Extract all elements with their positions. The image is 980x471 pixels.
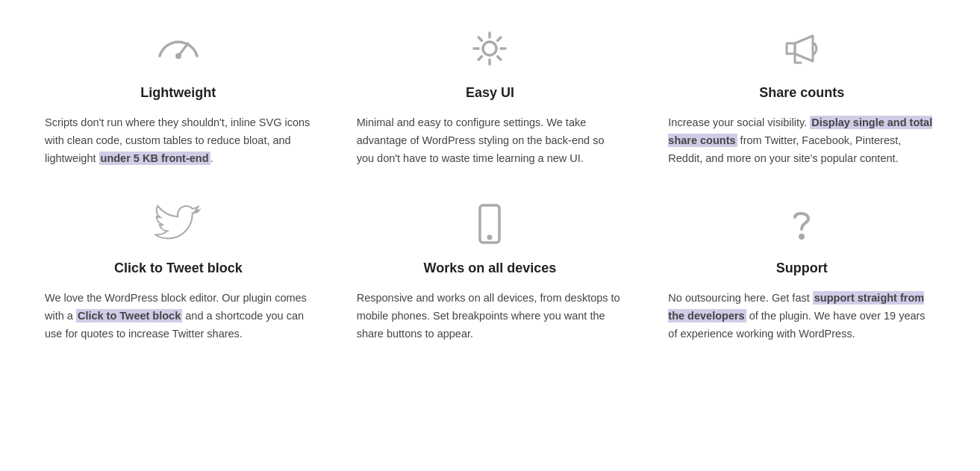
click-to-tweet-highlight: Click to Tweet block [76, 309, 182, 322]
support-desc: No outsourcing here. Get fast support st… [668, 290, 935, 343]
share-counts-icon [668, 22, 935, 75]
lightweight-icon [45, 22, 312, 75]
lightweight-desc: Scripts don't run where they shouldn't, … [45, 114, 312, 168]
click-to-tweet-desc: We love the WordPress block editor. Our … [45, 290, 312, 343]
feature-share-counts: Share countsIncrease your social visibil… [668, 22, 935, 168]
works-on-all-devices-title: Works on all devices [357, 261, 624, 276]
feature-easy-ui: Easy UIMinimal and easy to configure set… [357, 22, 624, 168]
works-on-all-devices-desc: Responsive and works on all devices, fro… [357, 290, 624, 343]
svg-point-1 [176, 54, 181, 58]
lightweight-highlight: under 5 KB front-end [99, 152, 210, 165]
feature-support: SupportNo outsourcing here. Get fast sup… [668, 198, 935, 343]
support-highlight: support straight from the developers [668, 291, 924, 322]
svg-point-4 [488, 235, 492, 239]
click-to-tweet-title: Click to Tweet block [45, 261, 312, 276]
support-icon [668, 198, 935, 250]
works-on-all-devices-icon [357, 198, 624, 250]
feature-works-on-all-devices: Works on all devicesResponsive and works… [357, 198, 624, 343]
share-counts-highlight: Display single and total share counts [668, 116, 932, 147]
feature-click-to-tweet: Click to Tweet blockWe love the WordPres… [45, 198, 312, 343]
click-to-tweet-icon [45, 198, 312, 250]
feature-lightweight: LightweightScripts don't run where they … [45, 22, 312, 168]
svg-point-2 [483, 42, 496, 55]
share-counts-title: Share counts [668, 85, 935, 101]
easy-ui-title: Easy UI [357, 85, 624, 101]
easy-ui-icon [357, 22, 624, 75]
support-title: Support [668, 261, 935, 276]
features-grid: LightweightScripts don't run where they … [45, 22, 935, 343]
lightweight-title: Lightweight [45, 85, 312, 101]
share-counts-desc: Increase your social visibility. Display… [668, 114, 935, 168]
svg-point-5 [799, 234, 804, 239]
easy-ui-desc: Minimal and easy to configure settings. … [357, 114, 624, 168]
